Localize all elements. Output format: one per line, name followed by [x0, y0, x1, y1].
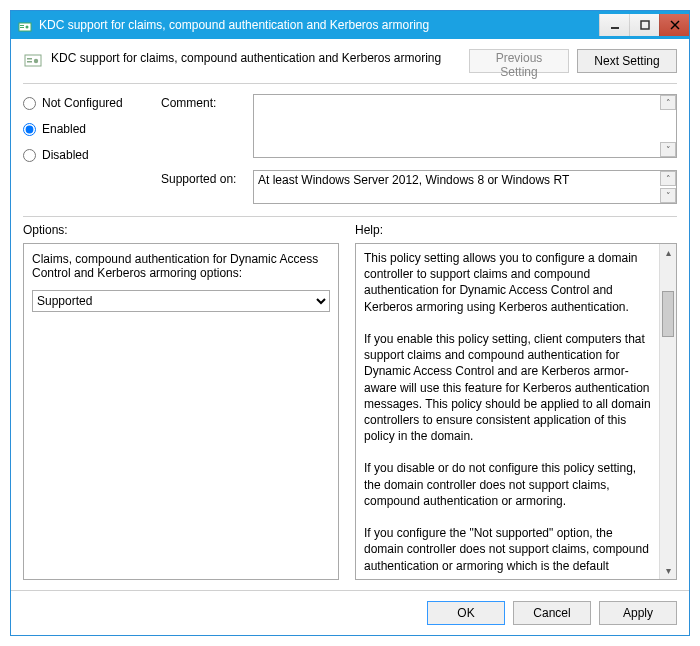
options-description: Claims, compound authentication for Dyna…: [32, 252, 330, 280]
supported-on-label: Supported on:: [161, 170, 253, 186]
options-panel: Claims, compound authentication for Dyna…: [23, 243, 339, 580]
help-scrollbar[interactable]: ▴ ▾: [659, 244, 676, 579]
supported-on-value: At least Windows Server 2012, Windows 8 …: [253, 170, 677, 204]
radio-disabled[interactable]: Disabled: [23, 148, 161, 162]
header-row: KDC support for claims, compound authent…: [23, 49, 677, 84]
content-area: KDC support for claims, compound authent…: [11, 39, 689, 590]
radio-disabled-label: Disabled: [42, 148, 89, 162]
window-title: KDC support for claims, compound authent…: [39, 18, 599, 32]
help-heading: Help:: [355, 223, 677, 237]
comment-label: Comment:: [161, 94, 253, 110]
svg-point-11: [34, 59, 38, 63]
comment-textarea[interactable]: [253, 94, 677, 158]
radio-enabled-label: Enabled: [42, 122, 86, 136]
lower-columns: Options: Claims, compound authentication…: [23, 223, 677, 580]
scroll-up-icon[interactable]: ˄: [660, 171, 676, 186]
scroll-up-icon[interactable]: ▴: [660, 244, 676, 261]
close-button[interactable]: [659, 14, 689, 36]
policy-icon: [23, 49, 43, 69]
ok-button[interactable]: OK: [427, 601, 505, 625]
maximize-button[interactable]: [629, 14, 659, 36]
scroll-up-icon[interactable]: ˄: [660, 95, 676, 110]
radio-not-configured[interactable]: Not Configured: [23, 96, 161, 110]
scroll-thumb[interactable]: [662, 291, 674, 337]
cancel-button[interactable]: Cancel: [513, 601, 591, 625]
scroll-down-icon[interactable]: ▾: [660, 562, 676, 579]
svg-rect-9: [27, 58, 32, 60]
policy-title: KDC support for claims, compound authent…: [51, 49, 461, 65]
svg-rect-1: [20, 25, 24, 26]
scroll-down-icon[interactable]: ˅: [660, 188, 676, 203]
options-dropdown[interactable]: Supported: [32, 290, 330, 312]
radio-not-configured-input[interactable]: [23, 97, 36, 110]
titlebar: KDC support for claims, compound authent…: [11, 11, 689, 39]
scroll-track[interactable]: [660, 261, 676, 562]
supported-on-text: At least Windows Server 2012, Windows 8 …: [258, 173, 569, 187]
next-setting-button[interactable]: Next Setting: [577, 49, 677, 73]
options-column: Options: Claims, compound authentication…: [23, 223, 339, 580]
svg-rect-8: [25, 55, 41, 66]
minimize-button[interactable]: [599, 14, 629, 36]
scroll-down-icon[interactable]: ˅: [660, 142, 676, 157]
svg-point-3: [26, 26, 29, 29]
previous-setting-button: Previous Setting: [469, 49, 569, 73]
help-panel: This policy setting allows you to config…: [355, 243, 677, 580]
radio-enabled-input[interactable]: [23, 123, 36, 136]
svg-rect-5: [641, 21, 649, 29]
comment-scrollbar[interactable]: ˄ ˅: [660, 95, 676, 157]
apply-button[interactable]: Apply: [599, 601, 677, 625]
divider: [23, 216, 677, 217]
state-and-comment-row: Not Configured Enabled Disabled Comment:…: [23, 94, 677, 162]
radio-not-configured-label: Not Configured: [42, 96, 123, 110]
supported-scrollbar[interactable]: ˄ ˅: [660, 171, 676, 203]
state-radio-group: Not Configured Enabled Disabled: [23, 94, 161, 162]
help-text: This policy setting allows you to config…: [364, 250, 655, 573]
supported-row: Supported on: At least Windows Server 20…: [23, 170, 677, 204]
help-column: Help: This policy setting allows you to …: [355, 223, 677, 580]
svg-rect-4: [611, 27, 619, 29]
radio-disabled-input[interactable]: [23, 149, 36, 162]
svg-rect-2: [20, 27, 24, 28]
options-heading: Options:: [23, 223, 339, 237]
app-icon: [17, 17, 33, 33]
svg-rect-10: [27, 61, 32, 63]
radio-enabled[interactable]: Enabled: [23, 122, 161, 136]
dialog-window: KDC support for claims, compound authent…: [10, 10, 690, 636]
dialog-footer: OK Cancel Apply: [11, 590, 689, 635]
